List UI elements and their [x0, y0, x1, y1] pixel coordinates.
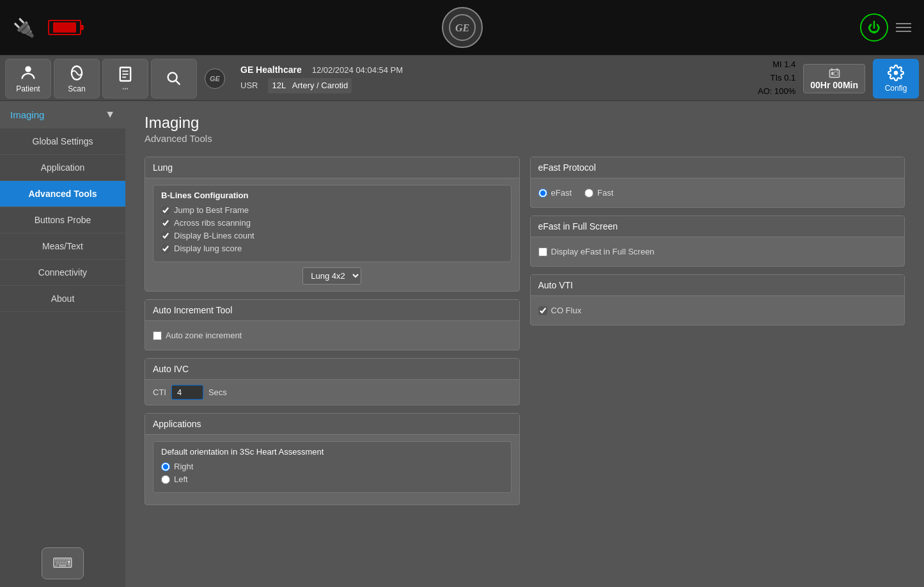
- efast-radio[interactable]: [538, 189, 547, 198]
- sidebar-item-connectivity[interactable]: Connectivity: [0, 260, 125, 286]
- time-value: 00Hr 00Min: [810, 80, 858, 90]
- ge-logo: GE: [442, 7, 483, 48]
- sidebar-item-about[interactable]: About: [0, 286, 125, 312]
- display-efast-fullscreen-label: Display eFast in Full Screen: [551, 247, 655, 256]
- power-button[interactable]: ⏻: [860, 13, 888, 42]
- auto-vti-section: Auto VTI CO Flux: [530, 274, 905, 325]
- auto-zone-checkbox[interactable]: [153, 331, 162, 340]
- display-lung-score-label: Display lung score: [174, 244, 242, 253]
- imaging-label: Imaging: [10, 109, 44, 120]
- display-lung-score-checkbox[interactable]: [161, 244, 170, 253]
- right-label: Right: [174, 462, 193, 471]
- lung-content: B-Lines Configuration Jump to Best Frame…: [145, 178, 519, 291]
- applications-section: Applications Default orientation in 3Sc …: [145, 413, 520, 505]
- checkbox-display-lung-score[interactable]: Display lung score: [161, 244, 503, 253]
- fast-radio-row[interactable]: Fast: [584, 188, 613, 198]
- auto-increment-title: Auto Increment Tool: [145, 300, 519, 321]
- config-label: Config: [885, 84, 907, 93]
- co-flux-label: CO Flux: [551, 306, 582, 315]
- radio-right[interactable]: Right: [161, 462, 503, 471]
- page-title: Imaging: [145, 114, 905, 132]
- left-label: Left: [174, 474, 188, 484]
- efast-fullscreen-section: eFast in Full Screen Display eFast in Fu…: [530, 215, 905, 267]
- ao-value: AO: 100%: [758, 85, 795, 98]
- svg-text:GE: GE: [455, 22, 469, 33]
- efast-protocol-section: eFast Protocol eFast Fast: [530, 157, 905, 208]
- search-button[interactable]: [151, 59, 197, 98]
- top-bar: 🔌 GE ⏻: [0, 0, 924, 56]
- sidebar-item-buttons-probe[interactable]: Buttons Probe: [0, 207, 125, 233]
- auto-ivc-section: Auto IVC CTI Secs: [145, 358, 520, 405]
- across-ribs-label: Across ribs scanning: [174, 218, 251, 228]
- patient-button[interactable]: Patient: [5, 59, 51, 98]
- sidebar-item-application[interactable]: Application: [0, 155, 125, 181]
- radio-left[interactable]: Left: [161, 474, 503, 484]
- svg-rect-14: [834, 72, 838, 75]
- display-blines-checkbox[interactable]: [161, 231, 170, 240]
- checkbox-co-flux[interactable]: CO Flux: [538, 306, 897, 315]
- jump-checkbox[interactable]: [161, 206, 170, 215]
- efast-fullscreen-title: eFast in Full Screen: [531, 216, 905, 237]
- sidebar-item-meas-text[interactable]: Meas/Text: [0, 233, 125, 260]
- svg-rect-13: [831, 72, 833, 75]
- user-label: USR: [240, 79, 258, 92]
- applications-title: Applications: [145, 414, 519, 435]
- lung-dropdown[interactable]: Lung 4x2 Lung 2x1 Lung 6x3: [302, 267, 361, 285]
- probe-label: 12L Artery / Carotid: [268, 78, 352, 93]
- auto-vti-content: CO Flux: [531, 296, 905, 325]
- cti-label: CTI: [153, 387, 166, 397]
- efast-label: eFast: [551, 188, 572, 198]
- time-display: 00Hr 00Min: [803, 64, 865, 93]
- checkbox-display-efast-fullscreen[interactable]: Display eFast in Full Screen: [538, 247, 897, 256]
- co-flux-checkbox[interactable]: [538, 306, 547, 315]
- checkbox-across-ribs[interactable]: Across ribs scanning: [161, 218, 503, 228]
- top-bar-center: GE: [442, 7, 483, 48]
- default-orientation-label: Default orientation in 3Sc Heart Assessm…: [161, 447, 503, 457]
- config-button[interactable]: Config: [873, 59, 919, 98]
- panel-right: eFast Protocol eFast Fast: [530, 157, 905, 505]
- auto-increment-content: Auto zone increment: [145, 321, 519, 350]
- page-subtitle: Advanced Tools: [145, 133, 905, 144]
- cti-row: CTI Secs: [145, 380, 519, 405]
- checkbox-jump-to-best-frame[interactable]: Jump to Best Frame: [161, 205, 503, 215]
- menu-icon[interactable]: [896, 23, 911, 32]
- display-efast-fullscreen-checkbox[interactable]: [538, 247, 547, 256]
- mode-value: Artery / Carotid: [292, 81, 348, 90]
- scan-button[interactable]: Scan: [54, 59, 100, 98]
- sidebar-item-imaging[interactable]: Imaging ▼: [0, 101, 125, 129]
- lung-dropdown-row: Lung 4x2 Lung 2x1 Lung 6x3: [153, 267, 512, 285]
- left-radio[interactable]: [161, 475, 170, 484]
- mi-info: MI 1.4 TIs 0.1 AO: 100%: [758, 58, 795, 98]
- efast-protocol-content: eFast Fast: [531, 178, 905, 207]
- document-button[interactable]: •••: [102, 59, 148, 98]
- fast-label: Fast: [597, 188, 613, 198]
- cti-input[interactable]: [171, 385, 203, 400]
- sidebar-item-global-settings[interactable]: Global Settings: [0, 129, 125, 155]
- sidebar-item-advanced-tools[interactable]: Advanced Tools: [0, 181, 125, 207]
- panel-left: Lung B-Lines Configuration Jump to Best …: [145, 157, 520, 505]
- tis-value: TIs 0.1: [758, 72, 795, 85]
- sidebar: Imaging ▼ Global Settings Application Ad…: [0, 101, 125, 587]
- chevron-down-icon: ▼: [105, 109, 115, 120]
- auto-vti-title: Auto VTI: [531, 275, 905, 296]
- svg-point-2: [25, 66, 31, 72]
- svg-line-9: [175, 80, 180, 84]
- checkbox-auto-zone[interactable]: Auto zone increment: [153, 331, 512, 340]
- keyboard-button[interactable]: ⌨: [42, 547, 84, 579]
- efast-protocol-title: eFast Protocol: [531, 157, 905, 178]
- header-info: GE Healthcare 12/02/2024 04:04:54 PM USR…: [233, 61, 755, 96]
- battery-icon: [48, 20, 81, 35]
- right-radio[interactable]: [161, 462, 170, 471]
- auto-ivc-title: Auto IVC: [145, 359, 519, 380]
- ge-small-logo: GE: [205, 68, 225, 89]
- plug-icon: 🔌: [13, 17, 35, 38]
- across-ribs-checkbox[interactable]: [161, 219, 170, 228]
- probe-value: 12L: [272, 81, 285, 90]
- checkbox-display-blines[interactable]: Display B-Lines count: [161, 231, 503, 240]
- efast-radio-row[interactable]: eFast: [538, 188, 572, 198]
- panels-grid: Lung B-Lines Configuration Jump to Best …: [145, 157, 905, 505]
- lung-title: Lung: [145, 157, 519, 178]
- fast-radio[interactable]: [584, 189, 593, 198]
- apps-inner: Default orientation in 3Sc Heart Assessm…: [153, 441, 512, 493]
- scan-label: Scan: [68, 84, 85, 93]
